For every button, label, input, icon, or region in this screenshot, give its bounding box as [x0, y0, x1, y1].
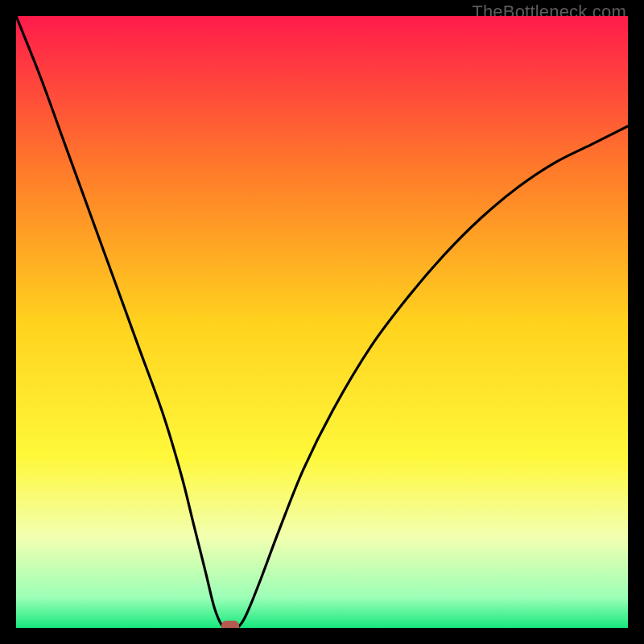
- chart-frame: [16, 16, 628, 628]
- bottleneck-chart: [16, 16, 628, 628]
- chart-background: [16, 16, 628, 628]
- minimum-marker: [221, 621, 239, 628]
